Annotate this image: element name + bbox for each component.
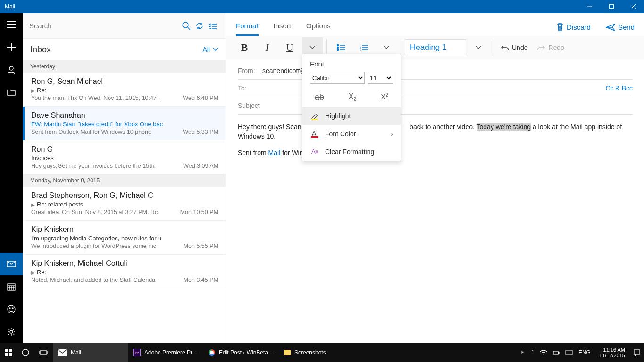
message-item[interactable]: Ron G Invoices Hey guys,Get me your invo…	[23, 140, 226, 174]
superscript-button[interactable]: X2	[381, 92, 388, 102]
taskbar-app-premiere[interactable]: PrAdobe Premiere Pr...	[128, 343, 204, 362]
search-icon[interactable]	[180, 19, 193, 33]
font-size-select[interactable]: 11	[368, 72, 393, 84]
highlighted-text: Today we're taking	[477, 123, 531, 131]
message-body[interactable]: Hey there guys! Sean heback to another v…	[226, 117, 644, 162]
svg-rect-49	[558, 352, 559, 354]
battery-icon[interactable]	[553, 349, 560, 356]
svg-point-9	[9, 66, 13, 70]
svg-rect-50	[566, 350, 572, 355]
redo-icon	[537, 44, 545, 51]
reply-indicator-icon: ▶	[31, 202, 35, 207]
settings-icon[interactable]	[0, 321, 23, 343]
window-minimize[interactable]	[579, 0, 601, 13]
underline-button[interactable]: U	[279, 37, 300, 58]
message-item[interactable]: Dave Shanahan FW: Martin Starr "takes cr…	[23, 107, 226, 140]
undo-button[interactable]: Undo	[497, 44, 531, 51]
message-item[interactable]: Kip Kniskern I'm upgrading Media Categor…	[23, 221, 226, 255]
mail-icon[interactable]	[0, 253, 23, 275]
svg-point-17	[8, 305, 15, 313]
font-color-icon: A	[310, 130, 319, 138]
discard-button[interactable]: Discard	[556, 23, 591, 36]
calendar-icon[interactable]	[0, 275, 23, 298]
tray-mouse-icon[interactable]: 🖱	[520, 349, 526, 356]
tab-format[interactable]: Format	[236, 22, 259, 36]
italic-button[interactable]: I	[257, 37, 277, 58]
account-icon[interactable]	[0, 58, 23, 81]
window-close[interactable]	[622, 0, 644, 13]
cc-bcc-button[interactable]: Cc & Bcc	[605, 84, 633, 92]
to-field[interactable]: To:Cc & Bcc	[238, 80, 633, 97]
svg-point-21	[183, 22, 188, 28]
svg-rect-48	[553, 351, 558, 354]
new-mail-icon[interactable]	[0, 36, 23, 58]
svg-rect-39	[5, 349, 8, 352]
subscript-button[interactable]: X2	[349, 92, 356, 102]
clear-formatting-option[interactable]: A Clear Formatting	[302, 143, 401, 161]
svg-point-20	[10, 330, 13, 333]
send-icon	[606, 24, 615, 31]
message-list-pane: Inbox All Yesterday Ron G, Sean Michael …	[23, 13, 226, 343]
wifi-icon[interactable]	[540, 350, 547, 355]
redo-button[interactable]: Redo	[533, 44, 568, 51]
style-dropdown-button[interactable]	[468, 37, 489, 58]
tab-options[interactable]: Options	[306, 22, 331, 36]
action-center-icon[interactable]	[634, 349, 640, 356]
filter-dropdown[interactable]: All	[202, 46, 218, 53]
tab-insert[interactable]: Insert	[274, 22, 292, 36]
feedback-icon[interactable]	[0, 298, 23, 321]
highlight-option[interactable]: Highlight	[302, 107, 401, 125]
highlight-icon	[310, 112, 319, 120]
reply-indicator-icon: ▶	[31, 88, 35, 93]
task-view-button[interactable]	[34, 343, 53, 362]
start-button[interactable]	[0, 343, 17, 362]
svg-rect-51	[634, 350, 640, 354]
font-color-option[interactable]: A Font Color ›	[302, 125, 401, 143]
bold-button[interactable]: B	[234, 37, 255, 58]
undo-icon	[501, 44, 509, 51]
message-item[interactable]: Ron G, Sean Michael ▶Re: You the man. Th…	[23, 73, 226, 107]
svg-point-43	[22, 349, 29, 356]
format-toolbar: B I U 123 Heading 1 Undo Redo	[226, 36, 644, 59]
strikethrough-button[interactable]: ab	[315, 92, 324, 102]
svg-point-19	[12, 308, 13, 309]
tray-chevron-icon[interactable]: ˄	[531, 349, 534, 356]
subject-field[interactable]: Subject	[238, 97, 633, 115]
window-title: Mail	[5, 3, 15, 10]
svg-rect-42	[9, 353, 12, 356]
style-selector[interactable]: Heading 1	[405, 39, 466, 56]
svg-point-18	[9, 308, 10, 309]
nav-rail	[0, 13, 23, 343]
taskbar-app-chrome[interactable]: Edit Post ‹ WinBeta ...	[204, 343, 279, 362]
send-button[interactable]: Send	[606, 23, 635, 36]
chevron-down-icon	[309, 46, 315, 49]
svg-rect-35	[311, 119, 318, 120]
taskbar-app-explorer[interactable]: Screenshots	[279, 343, 355, 362]
cortana-button[interactable]	[17, 343, 34, 362]
mail-link[interactable]: Mail	[268, 149, 281, 156]
taskbar-app-mail[interactable]: Mail	[53, 343, 128, 362]
language-indicator[interactable]: ENG	[578, 349, 591, 356]
search-bar	[23, 13, 226, 39]
svg-text:A: A	[311, 148, 316, 155]
svg-rect-37	[311, 136, 318, 138]
font-dropdown-panel: Font Calibri 11 ab X2 X2 Highlight A Fon…	[302, 54, 401, 161]
message-item[interactable]: Kip Kniskern, Michael Cottuli ▶Re: Noted…	[23, 255, 226, 288]
font-family-select[interactable]: Calibri	[310, 72, 365, 84]
hamburger-icon[interactable]	[0, 13, 23, 36]
select-icon[interactable]	[206, 19, 219, 33]
folders-icon[interactable]	[0, 81, 23, 104]
sync-icon[interactable]	[193, 19, 206, 33]
chevron-down-icon	[476, 46, 481, 49]
message-item[interactable]: Brad Stephenson, Ron G, Michael C ▶Re: r…	[23, 187, 226, 221]
chevron-right-icon: ›	[391, 130, 393, 138]
keyboard-icon[interactable]	[565, 350, 573, 355]
svg-text:A: A	[312, 130, 317, 137]
taskbar: Mail PrAdobe Premiere Pr... Edit Post ‹ …	[0, 343, 644, 362]
date-group-header: Monday, November 9, 2015	[23, 174, 226, 187]
search-input[interactable]	[29, 22, 180, 30]
window-maximize[interactable]	[601, 0, 622, 13]
font-panel-title: Font	[302, 54, 401, 72]
svg-line-22	[188, 27, 190, 30]
taskbar-clock[interactable]: 11:16 AM11/12/2015	[596, 347, 628, 358]
